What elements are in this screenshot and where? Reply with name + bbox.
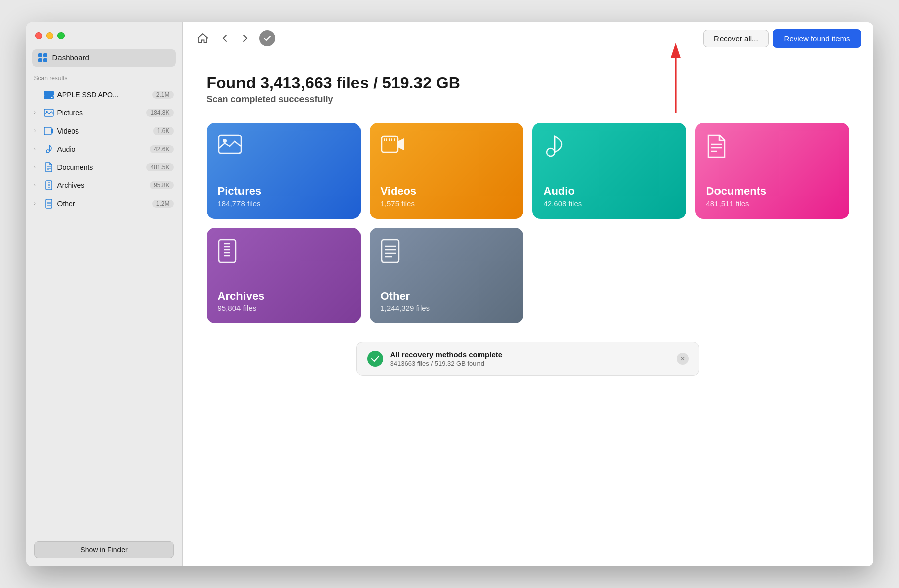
other-card-count: 1,244,329 files <box>381 304 512 312</box>
chevron-icon: › <box>34 164 40 170</box>
videos-icon <box>43 125 54 137</box>
sidebar-item-archives[interactable]: › Archives 95.8K <box>26 176 182 194</box>
dashboard-icon <box>38 53 47 62</box>
other-icon <box>43 198 54 209</box>
documents-icon <box>43 162 54 173</box>
app-window: Dashboard Scan results APPLE SSD APO... … <box>26 22 873 566</box>
audio-card-icon <box>544 134 675 163</box>
pictures-card-count: 184,778 files <box>218 199 349 208</box>
notification-bar: All recovery methods complete 3413663 fi… <box>356 342 699 376</box>
toolbar: Recover all... Review found items <box>183 22 873 55</box>
archives-card-name: Archives <box>218 290 349 303</box>
content-area: Found 3,413,663 files / 519.32 GB Scan c… <box>183 55 873 566</box>
svg-point-2 <box>51 97 52 98</box>
sidebar: Dashboard Scan results APPLE SSD APO... … <box>26 22 183 566</box>
sidebar-pictures-label: Pictures <box>57 109 144 117</box>
traffic-lights <box>26 32 182 49</box>
category-grid-row2: Archives 95,804 files Other <box>207 228 849 323</box>
home-button[interactable] <box>195 30 211 46</box>
found-title: Found 3,413,663 files / 519.32 GB <box>207 74 849 92</box>
pictures-icon <box>43 107 54 118</box>
empty-cell-1 <box>532 228 686 323</box>
videos-card-icon <box>381 134 512 159</box>
notification-text: All recovery methods complete 3413663 fi… <box>390 350 670 367</box>
pictures-card-icon <box>218 134 349 159</box>
svg-rect-33 <box>219 240 236 262</box>
chevron-icon: › <box>34 128 40 134</box>
sidebar-item-audio[interactable]: › Audio 42.6K <box>26 140 182 158</box>
review-found-items-button[interactable]: Review found items <box>773 29 861 48</box>
category-card-pictures[interactable]: Pictures 184,778 files <box>207 123 361 219</box>
audio-card-name: Audio <box>544 185 675 198</box>
svg-rect-25 <box>389 138 390 141</box>
category-grid-row1: Pictures 184,778 files <box>207 123 849 219</box>
back-button[interactable] <box>217 30 233 46</box>
status-button[interactable] <box>259 30 275 46</box>
maximize-button[interactable] <box>57 32 65 39</box>
sidebar-item-documents[interactable]: › Documents 481.5K <box>26 158 182 176</box>
audio-card-count: 42,608 files <box>544 199 675 208</box>
main-content: Recover all... Review found items Found … <box>183 22 873 566</box>
drive-count: 2.1M <box>152 91 174 99</box>
notification-title: All recovery methods complete <box>390 350 670 359</box>
documents-card-name: Documents <box>706 185 838 198</box>
scan-status: Scan completed successfully <box>207 94 849 105</box>
empty-cell-2 <box>695 228 849 323</box>
dashboard-button[interactable]: Dashboard <box>32 49 176 67</box>
pictures-card-name: Pictures <box>218 185 349 198</box>
videos-card-name: Videos <box>381 185 512 198</box>
sidebar-other-label: Other <box>57 200 149 208</box>
notification-close-button[interactable]: ✕ <box>677 353 689 365</box>
dashboard-label: Dashboard <box>52 53 89 62</box>
sidebar-archives-count: 95.8K <box>150 181 173 189</box>
recover-all-button[interactable]: Recover all... <box>703 30 769 47</box>
archives-card-count: 95,804 files <box>218 304 349 312</box>
category-card-documents[interactable]: Documents 481,511 files <box>695 123 849 219</box>
scan-results-label: Scan results <box>26 75 182 86</box>
other-card-icon <box>381 239 512 268</box>
svg-point-6 <box>46 150 49 153</box>
minimize-button[interactable] <box>46 32 53 39</box>
chevron-icon: › <box>34 201 40 206</box>
sidebar-item-pictures[interactable]: › Pictures 184.8K <box>26 104 182 122</box>
sidebar-archives-label: Archives <box>57 181 147 189</box>
svg-rect-26 <box>391 138 392 141</box>
forward-button[interactable] <box>237 30 253 46</box>
videos-card-count: 1,575 files <box>381 199 512 208</box>
chevron-icon: › <box>34 110 40 115</box>
archives-card-icon <box>218 239 349 268</box>
sidebar-item-other[interactable]: › Other 1.2M <box>26 194 182 213</box>
chevron-icon: › <box>34 146 40 152</box>
svg-rect-27 <box>394 138 395 141</box>
svg-rect-23 <box>384 138 385 141</box>
success-icon <box>367 351 383 367</box>
category-card-videos[interactable]: Videos 1,575 files <box>370 123 523 219</box>
svg-rect-39 <box>382 240 399 262</box>
sidebar-item-videos[interactable]: › Videos 1.6K <box>26 122 182 140</box>
svg-point-21 <box>223 139 227 143</box>
sidebar-videos-count: 1.6K <box>153 127 174 135</box>
documents-card-icon <box>706 134 838 163</box>
drive-name: APPLE SSD APO... <box>57 91 149 99</box>
show-in-finder-button[interactable]: Show in Finder <box>34 541 174 558</box>
category-card-archives[interactable]: Archives 95,804 files <box>207 228 361 323</box>
chevron-icon: › <box>34 182 40 188</box>
close-button[interactable] <box>35 32 42 39</box>
sidebar-documents-label: Documents <box>57 163 144 171</box>
documents-card-count: 481,511 files <box>706 199 838 208</box>
sidebar-other-count: 1.2M <box>152 200 174 208</box>
category-card-audio[interactable]: Audio 42,608 files <box>532 123 686 219</box>
audio-icon <box>43 144 54 155</box>
sidebar-pictures-count: 184.8K <box>146 109 173 117</box>
svg-rect-0 <box>44 91 54 96</box>
svg-rect-24 <box>386 138 387 141</box>
sidebar-videos-label: Videos <box>57 127 150 135</box>
svg-rect-5 <box>44 127 51 135</box>
svg-rect-11 <box>46 181 52 190</box>
notification-subtitle: 3413663 files / 519.32 GB found <box>390 360 670 367</box>
category-card-other[interactable]: Other 1,244,329 files <box>370 228 523 323</box>
sidebar-documents-count: 481.5K <box>146 163 173 171</box>
sidebar-audio-count: 42.6K <box>150 145 173 153</box>
sidebar-item-drive[interactable]: APPLE SSD APO... 2.1M <box>26 86 182 104</box>
svg-point-28 <box>547 148 555 156</box>
